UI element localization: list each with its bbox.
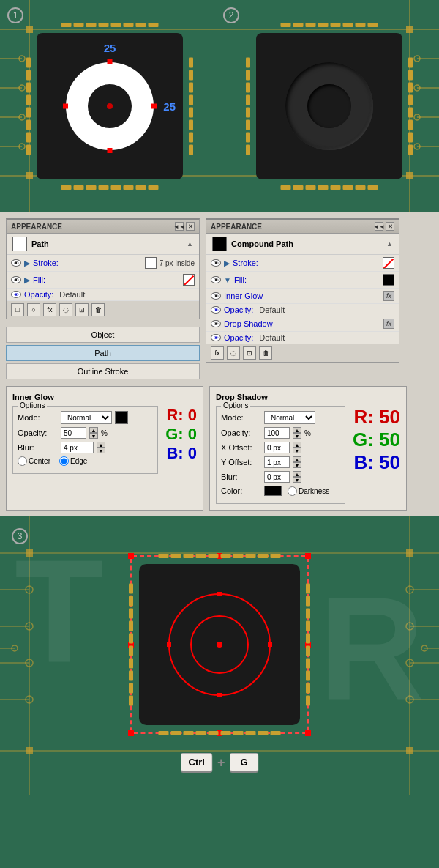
path-label: Path [31,240,49,248]
panel-2-close[interactable]: ✕ [386,222,394,231]
fill-swatch-2 [383,274,394,286]
pin [61,23,72,27]
stroke-value-1: 7 px Inside [160,259,195,267]
toolbar-btn-6[interactable]: 🗑 [91,303,105,316]
panel-1-toolbar: □ ○ fx ◌ ⊡ 🗑 [7,301,199,319]
donut-inner [88,84,132,128]
color-swatch-ds[interactable] [264,486,282,496]
pin [124,23,134,27]
yoffset-up[interactable]: ▲ [293,456,301,462]
scroll-indicator-2: ▲ [386,240,393,248]
color-box-1[interactable] [115,411,128,424]
blur-input-ds[interactable] [264,471,290,483]
chip2-right-pins [408,58,413,155]
pin [306,696,310,706]
toolbar-btn-3[interactable]: fx [43,303,56,316]
color-row-ds: Color: Darkness [221,486,340,496]
yoffset-row: Y Offset: ▲ ▼ [221,456,340,468]
pin [136,185,146,190]
pin [306,671,310,681]
toolbar-btn-4[interactable]: ◌ [59,303,72,316]
object-button[interactable]: Object [6,327,200,343]
toolbar2-btn-4[interactable]: 🗑 [259,346,272,360]
pin [184,554,194,558]
svg-rect-45 [406,549,413,557]
blur-label-ig: Blur: [18,443,58,452]
pin [306,584,310,594]
pin [129,696,133,706]
pin [306,646,310,656]
pin [129,683,133,694]
blur-input-ig[interactable] [61,442,94,453]
toolbar-btn-1[interactable]: □ [11,303,24,316]
opacity-down[interactable]: ▼ [89,433,98,439]
bottom-circuit-section: 3 T R [0,516,439,795]
svg-rect-46 [26,747,33,754]
pin [356,23,366,27]
inner-anchor-right [268,642,272,647]
edge-radio[interactable] [59,456,69,466]
g-key: G [229,753,258,773]
chip2-donut [285,62,373,150]
eye-icon-9: 👁 [211,334,221,341]
opacity-input-ig[interactable] [61,427,86,439]
panel-2-collapse[interactable]: ◄◄ [375,222,383,231]
pin [258,554,269,558]
pin [343,23,353,27]
anchor-bottom [108,148,113,153]
yoffset-input[interactable] [264,456,290,468]
toolbar2-btn-3[interactable]: ⊡ [243,346,256,360]
pin [129,621,133,631]
arrow-3: ▶ [224,259,230,267]
opacity-label-2: Opacity: [224,305,253,314]
chip1-left-pins [26,58,31,155]
mode-select-ds[interactable]: Normal [264,411,315,424]
anchor-top [108,59,113,64]
blur-up[interactable]: ▲ [97,442,105,448]
stroke-row-1: 👁 ▶ Stroke: 7 px Inside [7,255,199,272]
mode-select-1[interactable]: Normal [61,411,112,424]
darkness-radio[interactable] [288,486,297,496]
pin [246,108,250,118]
pin [171,554,181,558]
toolbar2-btn-1[interactable]: fx [211,346,224,360]
blur-down-ds[interactable]: ▼ [293,477,301,483]
yoffset-down[interactable]: ▼ [293,462,301,468]
path-icon [12,237,27,251]
opacity-input-ds[interactable] [264,427,290,439]
toolbar-btn-2[interactable]: ○ [27,303,40,316]
pin [189,70,193,81]
opacity-up-ds[interactable]: ▲ [293,427,301,433]
b-value-ds: B: 50 [353,451,400,474]
handle-br [305,730,311,736]
center-radio[interactable] [18,456,27,466]
pin [129,659,133,669]
panel-1-close[interactable]: ✕ [186,222,195,231]
drop-shadow-options: Options Mode: Normal Opacity: ▲ ▼ % [216,406,345,504]
xoffset-up[interactable]: ▲ [293,442,301,448]
pin [408,133,413,143]
stroke-label-1: Stroke: [33,259,142,267]
mode-label-ds: Mode: [221,413,261,422]
opacity-down-ds[interactable]: ▼ [293,433,301,439]
chip3-wrapper [139,564,300,725]
pin [293,23,304,27]
pin [258,731,269,735]
opacity-up[interactable]: ▲ [89,427,98,433]
blur-down[interactable]: ▼ [97,448,105,453]
toolbar-btn-5[interactable]: ⊡ [75,303,89,316]
panel-1-collapse[interactable]: ◄◄ [175,222,184,231]
inner-anchor-left [167,642,171,647]
blur-row-ds: Blur: ▲ ▼ [221,471,340,483]
path-button[interactable]: Path [6,345,200,361]
drop-shadow-dialog: Drop Shadow Options Mode: Normal Opacity… [209,386,407,511]
xoffset-down[interactable]: ▼ [293,448,301,453]
stroke-swatch-2 [383,257,394,269]
blur-up-ds[interactable]: ▲ [293,471,301,477]
xoffset-input[interactable] [264,442,290,453]
toolbar2-btn-2[interactable]: ◌ [227,346,240,360]
outline-stroke-button[interactable]: Outline Stroke [6,363,200,379]
drop-shadow-rgb: R: 50 G: 50 B: 50 [353,406,400,474]
opacity-value-2: Default [259,305,285,314]
menu-buttons: Object Path Outline Stroke [6,324,200,380]
